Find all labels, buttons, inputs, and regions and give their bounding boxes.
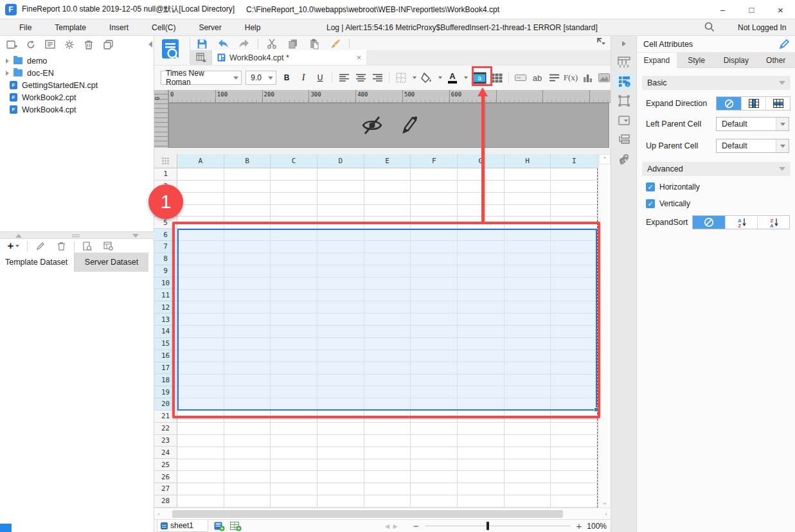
menu-server[interactable]: Server (187, 19, 233, 36)
zoom-in-icon[interactable]: + (576, 520, 582, 531)
row-header-20[interactable]: 20 (154, 398, 177, 411)
splitter-handle-icon[interactable] (72, 235, 80, 237)
tree-item-workbook2cpt[interactable]: FWorkBook2.cpt (0, 91, 154, 103)
row-header-16[interactable]: 16 (154, 350, 177, 362)
row-header-27[interactable]: 27 (154, 483, 177, 495)
borders-dropdown-icon[interactable] (413, 76, 416, 79)
vertical-scrollbar[interactable]: ⌃ ⌄ (598, 154, 610, 508)
splitter-up-icon[interactable] (15, 234, 22, 238)
column-header-h[interactable]: H (505, 154, 551, 168)
paragraph-lines-icon[interactable] (548, 71, 560, 85)
row-header-22[interactable]: 22 (154, 423, 177, 435)
menu-template[interactable]: Template (43, 19, 98, 36)
search-icon[interactable] (704, 21, 715, 33)
up-parent-caret-icon[interactable] (776, 139, 789, 152)
formula-icon[interactable]: F(x) (564, 71, 577, 85)
fill-color-dropdown-icon[interactable] (438, 76, 442, 79)
sort-ascending-button[interactable]: AZ (725, 216, 757, 229)
row-header-21[interactable]: 21 (154, 411, 177, 423)
copy-icon[interactable] (285, 37, 301, 51)
menu-help[interactable]: Help (233, 19, 272, 36)
expand-vertical-button[interactable] (741, 97, 765, 110)
cell-selection[interactable] (177, 229, 597, 411)
align-right-icon[interactable] (371, 71, 384, 85)
zoom-level[interactable]: 100% (587, 522, 607, 531)
row-header-10[interactable]: 10 (154, 278, 177, 290)
font-color-dropdown-icon[interactable] (464, 76, 468, 79)
collapse-right-panel-icon[interactable] (622, 41, 626, 46)
tab-style[interactable]: Style (677, 53, 717, 68)
italic-button[interactable]: I (297, 71, 310, 85)
collapse-basic-icon[interactable] (779, 81, 785, 85)
tab-workbook4[interactable]: WorkBook4.cpt * × (212, 50, 366, 65)
delete-trash-icon[interactable] (81, 37, 96, 51)
row-header-18[interactable]: 18 (154, 374, 177, 386)
cell-element-icon[interactable] (611, 53, 637, 72)
left-parent-select[interactable]: Default (716, 117, 789, 131)
cut-icon[interactable] (264, 37, 280, 51)
row-header-15[interactable]: 15 (154, 338, 177, 350)
zoom-out-icon[interactable]: − (413, 520, 419, 531)
panel-splitter[interactable] (0, 231, 154, 239)
hide-preview-eye-slash-icon[interactable] (360, 116, 384, 135)
add-report-sheet-icon[interactable] (214, 522, 225, 531)
tree-item-demo[interactable]: demo (0, 55, 154, 67)
row-header-23[interactable]: 23 (154, 435, 177, 447)
float-element-icon[interactable] (611, 91, 637, 111)
log-status-text[interactable]: Log | Alert:15:54:16 MetricProxy$Buffere… (326, 19, 598, 36)
scroll-left-icon[interactable]: ‹ (154, 509, 163, 519)
font-family-select[interactable]: Times New Roman (161, 71, 242, 85)
sort-none-button[interactable] (693, 216, 725, 229)
save-icon[interactable] (194, 37, 210, 51)
row-header-12[interactable]: 12 (154, 301, 177, 314)
selection-resize-handle[interactable] (594, 407, 598, 412)
column-header-g[interactable]: G (458, 154, 505, 168)
tree-item-gettingstartedencpt[interactable]: FGettingStartedEN.cpt (0, 79, 154, 91)
row-header-1[interactable]: 1 (154, 168, 177, 181)
redo-icon[interactable] (237, 37, 252, 51)
hyperlink-icon[interactable] (611, 149, 637, 168)
row-header-19[interactable]: 19 (154, 386, 177, 398)
text-widget-icon[interactable] (514, 71, 527, 85)
row-header-14[interactable]: 14 (154, 326, 177, 338)
collapse-advanced-icon[interactable] (779, 167, 785, 171)
image-icon[interactable] (598, 71, 611, 85)
zoom-slider[interactable] (425, 526, 570, 526)
merge-cells-icon[interactable] (490, 71, 503, 85)
align-left-icon[interactable] (337, 71, 350, 85)
edit-dataset-icon[interactable] (33, 239, 48, 253)
report-list-icon[interactable] (42, 37, 58, 51)
column-header-i[interactable]: I (551, 154, 598, 168)
tree-item-docen[interactable]: doc-EN (0, 67, 154, 79)
new-folder-icon[interactable] (4, 37, 19, 51)
scroll-right-icon[interactable]: › (602, 509, 611, 519)
select-all-corner[interactable] (154, 154, 177, 168)
zoom-slider-thumb[interactable] (487, 522, 489, 530)
row-header-17[interactable]: 17 (154, 362, 177, 375)
widget-settings-icon[interactable] (611, 111, 637, 130)
expand-horizontal-button[interactable] (765, 97, 790, 110)
row-header-8[interactable]: 8 (154, 253, 177, 265)
menu-insert[interactable]: Insert (98, 19, 140, 36)
dataset-tab-template-dataset[interactable]: Template Dataset (0, 253, 74, 272)
font-color-icon[interactable]: A (446, 71, 459, 85)
column-header-d[interactable]: D (317, 154, 364, 168)
paste-icon[interactable] (307, 37, 322, 51)
row-header-25[interactable]: 25 (154, 459, 177, 471)
tree-item-workbook4cpt[interactable]: FWorkBook4.cpt (0, 103, 154, 116)
tab-expand[interactable]: Expand (637, 53, 677, 68)
cell-attributes-tab-icon[interactable]: i (611, 72, 637, 91)
section-basic[interactable]: Basic (642, 76, 791, 90)
underline-button[interactable]: U (314, 71, 326, 85)
close-button[interactable]: × (766, 0, 795, 19)
dataset-settings-icon[interactable] (100, 239, 116, 253)
dataset-tab-server-dataset[interactable]: Server Dataset (74, 253, 148, 272)
hscroll-thumb[interactable] (172, 510, 563, 518)
bold-button[interactable]: B (280, 71, 293, 85)
row-header-24[interactable]: 24 (154, 447, 177, 459)
copy-duplicate-icon[interactable] (100, 37, 116, 51)
edit-pencil-icon[interactable] (401, 116, 418, 135)
horizontally-checkbox[interactable]: ✓ (646, 182, 655, 191)
column-header-a[interactable]: A (177, 154, 224, 168)
left-parent-caret-icon[interactable] (776, 118, 789, 130)
